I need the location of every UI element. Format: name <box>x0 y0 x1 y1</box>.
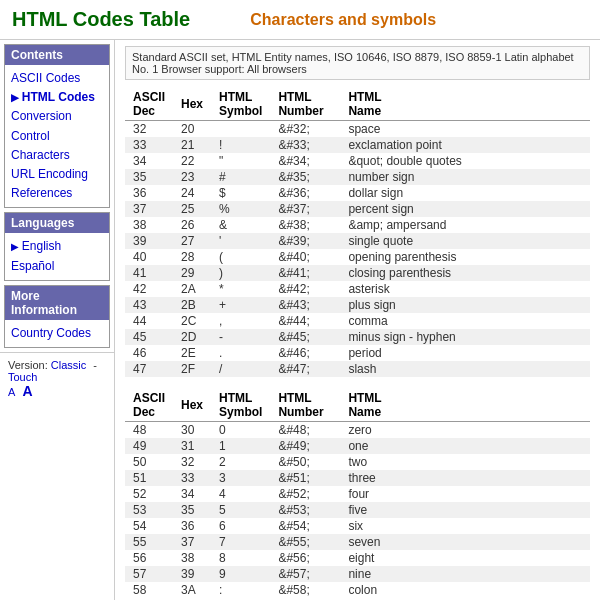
table-cell: 2C <box>173 313 211 329</box>
table-cell: 48 <box>125 422 173 439</box>
sidebar-item-control[interactable]: Control Characters <box>11 127 103 165</box>
table-cell: six <box>340 518 590 534</box>
table-cell: 22 <box>173 153 211 169</box>
table-row: 55377&#55;seven <box>125 534 590 550</box>
table-row: 3725%&#37;percent sign <box>125 201 590 217</box>
table-cell: &#47; <box>270 361 340 377</box>
table-cell: exclamation point <box>340 137 590 153</box>
table-cell: one <box>340 438 590 454</box>
sidebar-item-html[interactable]: HTML Codes <box>11 88 103 107</box>
table-row: 53355&#53;five <box>125 502 590 518</box>
table-cell: ! <box>211 137 270 153</box>
col2-header-symbol: HTMLSymbol <box>211 389 270 422</box>
table-cell: plus sign <box>340 297 590 313</box>
table-cell: &#44; <box>270 313 340 329</box>
table-cell: + <box>211 297 270 313</box>
table-row: 4129)&#41;closing parenthesis <box>125 265 590 281</box>
table-cell: 2E <box>173 345 211 361</box>
sidebar-item-english[interactable]: English <box>11 237 103 256</box>
sidebar-item-espanol[interactable]: Español <box>11 257 103 276</box>
table-cell: closing parenthesis <box>340 265 590 281</box>
table-cell: 32 <box>125 121 173 138</box>
sidebar-item-references[interactable]: References <box>11 184 103 203</box>
col2-header-hex: Hex <box>173 389 211 422</box>
table-cell: space <box>340 121 590 138</box>
table-row: 583A:&#58;colon <box>125 582 590 598</box>
table-cell: four <box>340 486 590 502</box>
table-cell: &#57; <box>270 566 340 582</box>
table-cell <box>211 121 270 138</box>
sidebar-item-conversion[interactable]: Conversion <box>11 107 103 126</box>
table-cell: 32 <box>173 454 211 470</box>
table-cell: &#46; <box>270 345 340 361</box>
table-cell: 36 <box>173 518 211 534</box>
table-cell: 6 <box>211 518 270 534</box>
page-subtitle: Characters and symbols <box>250 11 436 29</box>
table-cell: 7 <box>211 534 270 550</box>
col2-header-dec: ASCIIDec <box>125 389 173 422</box>
version-classic-link[interactable]: Classic <box>51 359 86 371</box>
table-cell: two <box>340 454 590 470</box>
table-cell: 30 <box>173 422 211 439</box>
sidebar-item-url[interactable]: URL Encoding <box>11 165 103 184</box>
table-cell: five <box>340 502 590 518</box>
table-cell: 56 <box>125 550 173 566</box>
table-row: 57399&#57;nine <box>125 566 590 582</box>
table-cell: 1 <box>211 438 270 454</box>
table-cell: &#50; <box>270 454 340 470</box>
table-cell: 39 <box>173 566 211 582</box>
ascii-table-1: ASCIIDec Hex HTMLSymbol HTMLNumber HTMLN… <box>125 88 590 377</box>
table-cell: period <box>340 345 590 361</box>
table-cell: 2D <box>173 329 211 345</box>
table-row: 3523#&#35;number sign <box>125 169 590 185</box>
table-cell: 36 <box>125 185 173 201</box>
table-cell: % <box>211 201 270 217</box>
table-cell: &#36; <box>270 185 340 201</box>
version-touch-link[interactable]: Touch <box>8 371 37 383</box>
table-cell: 51 <box>125 470 173 486</box>
table-cell: 3A <box>173 582 211 598</box>
table-cell: 25 <box>173 201 211 217</box>
table-cell: 46 <box>125 345 173 361</box>
table-cell: . <box>211 345 270 361</box>
font-size-small[interactable]: A <box>8 386 15 398</box>
sidebar-item-ascii[interactable]: ASCII Codes <box>11 69 103 88</box>
table-cell: &#40; <box>270 249 340 265</box>
table-cell: , <box>211 313 270 329</box>
table-row: 54366&#54;six <box>125 518 590 534</box>
table-cell: slash <box>340 361 590 377</box>
table-cell: 33 <box>173 470 211 486</box>
table-cell: percent sign <box>340 201 590 217</box>
table-cell: # <box>211 169 270 185</box>
table-cell: 45 <box>125 329 173 345</box>
table-cell: 54 <box>125 518 173 534</box>
table-cell: &#41; <box>270 265 340 281</box>
table-cell: ( <box>211 249 270 265</box>
table-cell: 38 <box>125 217 173 233</box>
table-cell: 57 <box>125 566 173 582</box>
table-cell: 31 <box>173 438 211 454</box>
table-cell: $ <box>211 185 270 201</box>
table-cell: 40 <box>125 249 173 265</box>
notice-text: Standard ASCII set, HTML Entity names, I… <box>125 46 590 80</box>
col-header-symbol: HTMLSymbol <box>211 88 270 121</box>
table-cell: &#37; <box>270 201 340 217</box>
table-cell: opening parenthesis <box>340 249 590 265</box>
table-cell: 58 <box>125 582 173 598</box>
table-cell: &#48; <box>270 422 340 439</box>
table-cell: &#56; <box>270 550 340 566</box>
ascii-table-2: ASCIIDec Hex HTMLSymbol HTMLNumber HTMLN… <box>125 389 590 598</box>
col2-header-name: HTMLName <box>340 389 590 422</box>
table-cell: 44 <box>125 313 173 329</box>
font-size-large[interactable]: A <box>22 383 32 399</box>
sidebar-more-title: More Information <box>5 286 109 320</box>
table-cell: 27 <box>173 233 211 249</box>
table-row: 462E.&#46;period <box>125 345 590 361</box>
table-cell: 24 <box>173 185 211 201</box>
table-cell: three <box>340 470 590 486</box>
table-cell: &#52; <box>270 486 340 502</box>
table-cell: 52 <box>125 486 173 502</box>
table-cell: &#54; <box>270 518 340 534</box>
table-cell: eight <box>340 550 590 566</box>
sidebar-item-country-codes[interactable]: Country Codes <box>11 324 103 343</box>
